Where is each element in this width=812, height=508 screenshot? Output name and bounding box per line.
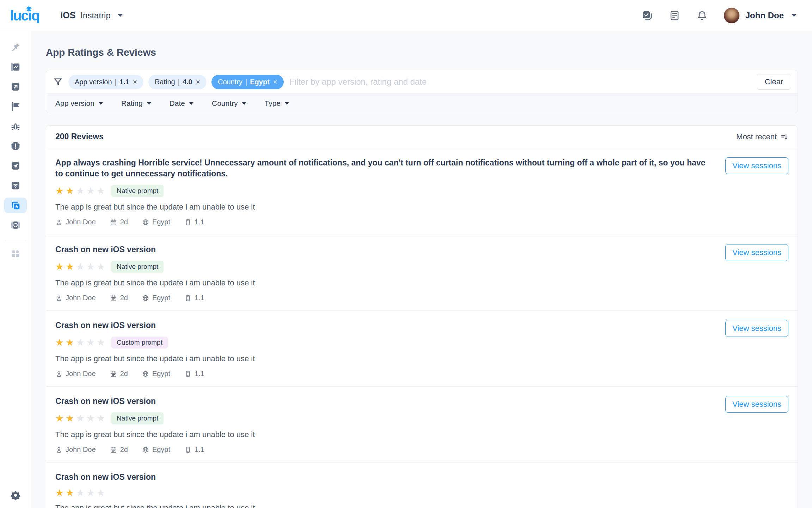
filter-chip-value: 4.0 [183, 78, 192, 86]
star-rating: ★★★★★ [55, 488, 105, 498]
chevron-down-icon [242, 102, 246, 105]
review-author: John Doe [55, 218, 96, 226]
clear-filters-button[interactable]: Clear [757, 74, 791, 90]
filter-chip-value: Egypt [250, 78, 270, 86]
calendar-icon [110, 295, 117, 302]
mobile-device-icon [184, 370, 191, 377]
app-ratings-icon[interactable] [4, 198, 27, 213]
review-app-version: 1.1 [184, 294, 204, 302]
left-sidebar [0, 31, 31, 508]
user-menu[interactable]: John Doe [724, 7, 796, 24]
star-filled-icon: ★ [55, 488, 64, 498]
export-icon[interactable] [4, 79, 27, 95]
star-empty-icon: ★ [97, 338, 105, 347]
review-row: Crash on new iOS version ★★★★★ Native pr… [46, 235, 798, 311]
filter-dropdown[interactable]: App version [55, 99, 103, 108]
star-empty-icon: ★ [86, 338, 95, 347]
sort-control[interactable]: Most recent [736, 132, 788, 141]
chevron-down-icon [147, 102, 151, 105]
page-title: App Ratings & Reviews [46, 45, 798, 60]
platform-label: iOS [60, 10, 75, 20]
filter-chip[interactable]: Rating | 4.0 × [148, 75, 207, 89]
review-author: John Doe [55, 446, 96, 454]
view-sessions-button[interactable]: View sessions [725, 244, 788, 261]
remove-chip-icon[interactable]: × [273, 78, 277, 86]
review-country: Egypt [142, 370, 170, 378]
settings-gear-icon[interactable] [4, 488, 27, 503]
star-empty-icon: ★ [86, 262, 95, 272]
star-rating: ★★★★★ [55, 338, 105, 347]
review-row: Crash on new iOS version ★★★★★ Custom pr… [46, 311, 798, 387]
view-sessions-button[interactable]: View sessions [725, 157, 788, 174]
sort-label: Most recent [736, 132, 777, 141]
star-filled-icon: ★ [66, 488, 74, 498]
review-title: Crash on new iOS version [55, 472, 707, 483]
view-sessions-button[interactable]: View sessions [725, 396, 788, 413]
filter-dropdown[interactable]: Date [170, 99, 193, 108]
mobile-device-icon [184, 295, 191, 302]
star-empty-icon: ★ [97, 414, 105, 423]
logo-star-icon [25, 5, 32, 12]
chevron-down-icon [285, 102, 289, 105]
filter-search-input[interactable] [289, 77, 751, 87]
star-empty-icon: ★ [97, 262, 105, 272]
calendar-icon [110, 370, 117, 377]
review-title: Crash on new iOS version [55, 396, 707, 407]
filter-dropdown-label: Country [212, 99, 238, 108]
review-title: Crash on new iOS version [55, 244, 707, 255]
star-empty-icon: ★ [97, 488, 105, 498]
review-description: The app is great but since the update i … [55, 354, 715, 363]
tasks-check-icon[interactable] [641, 10, 653, 22]
filter-dropdown[interactable]: Type [265, 99, 289, 108]
star-empty-icon: ★ [76, 488, 84, 498]
session-replay-icon[interactable] [4, 217, 27, 233]
filter-chips: App version | 1.1 × Rating | 4.0 × Count… [68, 75, 284, 89]
star-filled-icon: ★ [55, 262, 64, 272]
filter-dropdown[interactable]: Country [212, 99, 246, 108]
view-sessions-button[interactable]: View sessions [725, 320, 788, 337]
review-description: The app is great but since the update i … [55, 503, 715, 508]
remove-chip-icon[interactable]: × [133, 78, 137, 86]
filter-chip[interactable]: Country | Egypt × [211, 75, 284, 89]
filter-panel: App version | 1.1 × Rating | 4.0 × Count… [46, 70, 798, 113]
network-icon[interactable] [4, 178, 27, 193]
surveys-icon[interactable] [4, 158, 27, 174]
filter-dropdown[interactable]: Rating [121, 99, 151, 108]
globe-icon [142, 370, 149, 377]
user-icon [55, 295, 62, 302]
app-switcher[interactable]: iOS Instatrip [60, 10, 122, 20]
chevron-down-icon [189, 102, 193, 105]
remove-chip-icon[interactable]: × [196, 78, 200, 86]
bug-reporting-icon[interactable] [4, 119, 27, 134]
filter-dropdown-label: Type [265, 99, 281, 108]
filter-chip-label: Country [218, 78, 242, 86]
star-empty-icon: ★ [86, 414, 95, 423]
calendar-icon [110, 446, 117, 453]
crash-reporting-icon[interactable] [4, 138, 27, 154]
pin-icon[interactable] [4, 40, 27, 55]
review-source-badge: Native prompt [111, 412, 164, 424]
review-country: Egypt [142, 294, 170, 302]
filter-dropdown-label: Date [170, 99, 185, 108]
review-country: Egypt [142, 446, 170, 454]
notifications-bell-icon[interactable] [696, 10, 708, 22]
flag-icon[interactable] [4, 99, 27, 114]
analytics-icon[interactable] [4, 59, 27, 75]
review-source-badge: Custom prompt [111, 337, 168, 349]
review-source-badge: Native prompt [111, 185, 164, 197]
star-empty-icon: ★ [76, 262, 84, 272]
filter-chip-label: App version [75, 78, 112, 86]
filter-dropdown-label: App version [55, 99, 94, 108]
apps-grid-icon[interactable] [4, 246, 27, 261]
luciq-logo[interactable]: luciq [10, 8, 39, 23]
star-filled-icon: ★ [55, 186, 64, 196]
release-notes-icon[interactable] [669, 10, 681, 22]
sidebar-divider [5, 240, 26, 240]
filter-chip[interactable]: App version | 1.1 × [68, 75, 143, 89]
chevron-down-icon [792, 14, 796, 17]
globe-icon [142, 446, 149, 453]
review-description: The app is great but since the update i … [55, 278, 715, 288]
star-filled-icon: ★ [66, 338, 74, 347]
globe-icon [142, 295, 149, 302]
mobile-device-icon [184, 219, 191, 226]
